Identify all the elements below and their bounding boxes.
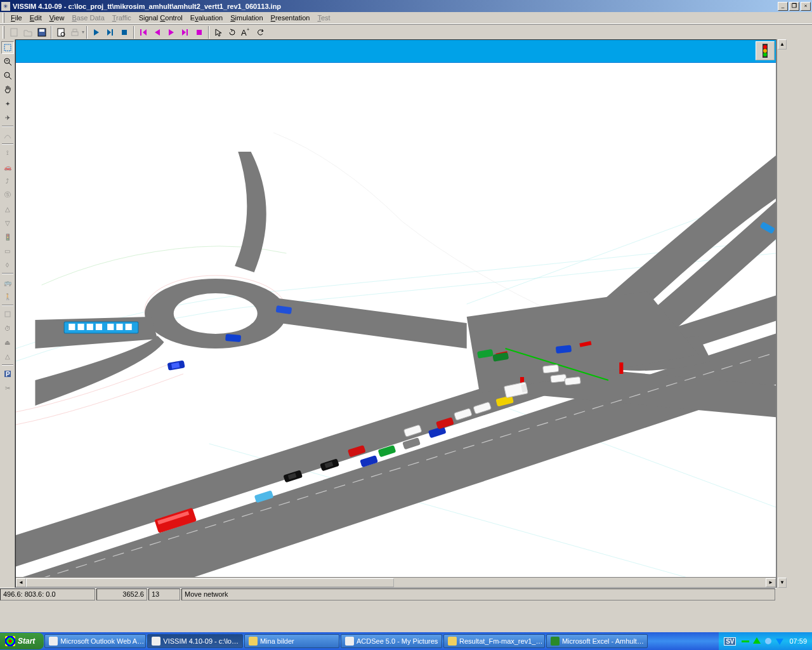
side-toolbar: + - ✦ ✈ ⟟ 🚗 ⤴ ⓢ △ ▽ 🚦 ▭ ◊ 🚌 🚶 ⏱ ⏏ △ P ✂ bbox=[0, 39, 15, 588]
save-button[interactable] bbox=[35, 25, 49, 39]
start-button[interactable]: Start bbox=[0, 633, 44, 649]
scroll-up-arrow[interactable]: ▲ bbox=[778, 39, 787, 50]
svg-rect-5 bbox=[72, 32, 78, 36]
svg-text:A: A bbox=[241, 28, 247, 37]
tray-icon-2[interactable] bbox=[752, 636, 762, 646]
tool-detector[interactable]: ▭ bbox=[1, 244, 14, 257]
tool-time[interactable]: ⏱ bbox=[1, 322, 14, 335]
tool-select[interactable] bbox=[1, 41, 14, 54]
tool-zoom-out[interactable]: - bbox=[1, 69, 14, 82]
tool-rotate-3d[interactable]: ✦ bbox=[1, 97, 14, 110]
close-button[interactable]: × bbox=[801, 2, 811, 11]
svg-rect-6 bbox=[73, 29, 77, 32]
scroll-right-arrow[interactable]: ► bbox=[766, 578, 776, 587]
svg-rect-72 bbox=[742, 640, 749, 642]
traffic-light-indicator[interactable] bbox=[756, 41, 775, 60]
tool-speed[interactable]: ⓢ bbox=[1, 189, 14, 201]
tool-zoom-in[interactable]: + bbox=[1, 55, 14, 68]
tool-counter[interactable]: △ bbox=[1, 350, 14, 362]
tool-yield[interactable]: ▽ bbox=[1, 216, 14, 229]
print-preview-button[interactable] bbox=[54, 25, 68, 39]
tool-vehicle[interactable]: 🚗 bbox=[1, 161, 14, 173]
tool-parking[interactable]: P bbox=[1, 368, 14, 380]
horizontal-scrollbar[interactable]: ◄ ► bbox=[16, 577, 776, 587]
scroll-down-arrow[interactable]: ▼ bbox=[778, 578, 787, 588]
tray-icon-1[interactable] bbox=[740, 636, 750, 646]
rec-stop-button[interactable] bbox=[192, 25, 206, 39]
right-panel: ▲ ▼ bbox=[776, 39, 812, 588]
rotate-button[interactable] bbox=[225, 25, 239, 39]
menu-edit[interactable]: Edit bbox=[26, 13, 46, 23]
menu-simulation[interactable]: Simulation bbox=[226, 13, 266, 23]
svg-rect-7 bbox=[112, 29, 113, 36]
system-tray[interactable]: SV 07:59 bbox=[719, 632, 812, 650]
tray-icon-3[interactable] bbox=[763, 636, 773, 646]
new-file-button[interactable] bbox=[7, 25, 21, 39]
tool-pan[interactable] bbox=[1, 83, 14, 96]
tool-route[interactable]: ⤴ bbox=[1, 175, 14, 187]
menu-traffic[interactable]: Traffic bbox=[108, 13, 135, 23]
skip-end-button[interactable] bbox=[103, 25, 117, 39]
window-title: VISSIM 4.10-09 - c:\loc_proj_tt\mikrosim… bbox=[13, 3, 776, 10]
minimize-button[interactable]: _ bbox=[778, 2, 788, 11]
tool-warning[interactable]: △ bbox=[1, 202, 14, 215]
menu-signal-control[interactable]: Signal Control bbox=[135, 13, 187, 23]
task-excel[interactable]: Microsoft Excel - Amhult… bbox=[546, 634, 648, 648]
stop-button[interactable] bbox=[117, 25, 131, 39]
menu-evaluation[interactable]: Evaluation bbox=[187, 13, 226, 23]
rec-skip-end-button[interactable] bbox=[178, 25, 192, 39]
pointer-button[interactable] bbox=[211, 25, 225, 39]
language-indicator[interactable]: SV bbox=[724, 637, 736, 646]
canvas-frame: ◄ ► bbox=[15, 39, 776, 588]
menu-basedata[interactable]: Base Data bbox=[68, 13, 108, 23]
ie-icon bbox=[49, 637, 58, 646]
tray-icon-4[interactable] bbox=[775, 636, 785, 646]
play-button[interactable] bbox=[89, 25, 103, 39]
tool-bus[interactable]: 🚌 bbox=[1, 276, 14, 289]
windows-taskbar: Start Microsoft Outlook Web A… VISSIM 4.… bbox=[0, 632, 812, 650]
task-outlook[interactable]: Microsoft Outlook Web A… bbox=[44, 634, 146, 648]
vissim-icon bbox=[152, 637, 160, 646]
lower-panel bbox=[0, 600, 812, 632]
svg-line-19 bbox=[9, 77, 11, 79]
scroll-left-arrow[interactable]: ◄ bbox=[16, 578, 26, 587]
print-button[interactable] bbox=[68, 25, 82, 39]
acdsee-icon bbox=[345, 637, 354, 646]
svg-rect-44 bbox=[225, 334, 241, 342]
scroll-thumb[interactable] bbox=[26, 578, 394, 587]
open-file-button[interactable] bbox=[21, 25, 35, 39]
tool-link[interactable] bbox=[1, 129, 14, 142]
svg-rect-36 bbox=[77, 324, 84, 330]
task-resultat[interactable]: Resultat_Fm-max_rev1_… bbox=[443, 634, 545, 648]
svg-rect-67 bbox=[542, 364, 558, 373]
folder-icon bbox=[448, 637, 457, 646]
tool-connector[interactable]: ⟟ bbox=[1, 147, 14, 159]
main-area: + - ✦ ✈ ⟟ 🚗 ⤴ ⓢ △ ▽ 🚦 ▭ ◊ 🚌 🚶 ⏱ ⏏ △ P ✂ bbox=[0, 39, 776, 588]
rec-play-button[interactable] bbox=[164, 25, 178, 39]
tool-ped[interactable]: 🚶 bbox=[1, 290, 14, 303]
task-mina-bilder[interactable]: Mina bilder bbox=[244, 634, 339, 648]
tool-fly[interactable]: ✈ bbox=[1, 111, 14, 124]
tool-queue[interactable]: ⏏ bbox=[1, 336, 14, 348]
task-vissim[interactable]: VISSIM 4.10-09 - c:\lo… bbox=[147, 634, 243, 648]
view-3d-header[interactable] bbox=[16, 40, 776, 63]
tool-node[interactable] bbox=[1, 308, 14, 321]
tool-stop[interactable]: ◊ bbox=[1, 258, 14, 271]
tool-signal[interactable]: 🚦 bbox=[1, 230, 14, 243]
text-bigger-button[interactable]: A+ bbox=[239, 25, 253, 39]
menu-view[interactable]: View bbox=[46, 13, 69, 23]
rec-skip-start-button[interactable] bbox=[136, 25, 150, 39]
maximize-button[interactable]: ❐ bbox=[789, 2, 799, 11]
rec-prev-button[interactable] bbox=[150, 25, 164, 39]
tool-cut[interactable]: ✂ bbox=[1, 381, 14, 394]
menu-test[interactable]: Test bbox=[313, 13, 334, 23]
simulation-viewport[interactable] bbox=[16, 63, 776, 577]
menu-file[interactable]: File bbox=[7, 13, 26, 23]
svg-rect-39 bbox=[107, 324, 114, 330]
tray-clock[interactable]: 07:59 bbox=[789, 637, 807, 645]
vertical-scrollbar[interactable]: ▲ ▼ bbox=[777, 39, 787, 588]
svg-text:+: + bbox=[247, 28, 249, 32]
task-acdsee[interactable]: ACDSee 5.0 - My Pictures bbox=[341, 634, 442, 648]
menu-presentation[interactable]: Presentation bbox=[267, 13, 314, 23]
refresh-button[interactable] bbox=[253, 25, 267, 39]
